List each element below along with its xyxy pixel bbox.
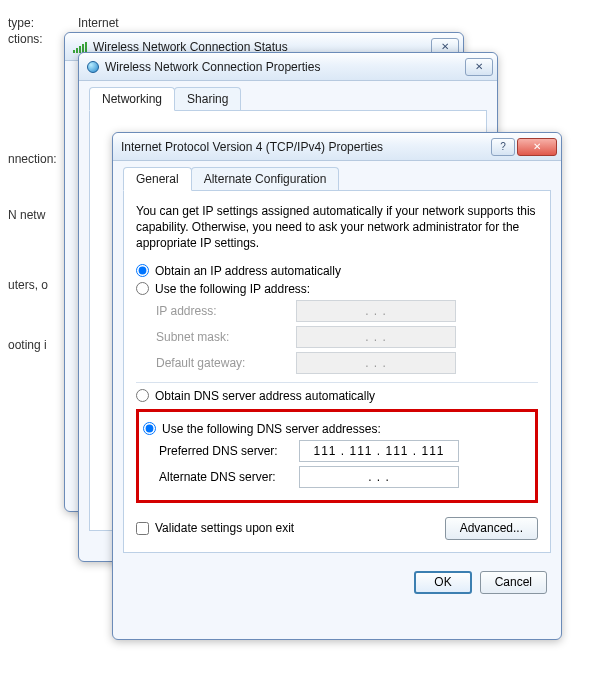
ipv4-tabbody: You can get IP settings assigned automat… [123,191,551,553]
radio-obtain-ip-auto[interactable] [136,264,149,277]
ipv4-titlebar[interactable]: Internet Protocol Version 4 (TCP/IPv4) P… [113,133,561,161]
default-gateway-input: . . . [296,352,456,374]
preferred-dns-input[interactable]: 111 . 111 . 111 . 111 [299,440,459,462]
tab-sharing[interactable]: Sharing [174,87,241,110]
alternate-dns-input[interactable]: . . . [299,466,459,488]
ipv4-title: Internet Protocol Version 4 (TCP/IPv4) P… [121,140,485,154]
radio-obtain-dns-auto[interactable] [136,389,149,402]
ipv4-button-row: OK Cancel [113,563,561,606]
properties-titlebar[interactable]: Wireless Network Connection Properties ✕ [79,53,497,81]
tab-general[interactable]: General [123,167,192,191]
radio-use-following-dns-label: Use the following DNS server addresses: [162,422,381,436]
subnet-mask-label: Subnet mask: [156,330,296,344]
ipv4-intro-text: You can get IP settings assigned automat… [136,203,538,252]
ip-address-input: . . . [296,300,456,322]
radio-use-following-ip-label: Use the following IP address: [155,282,310,296]
globe-icon [87,61,99,73]
tab-alternate-configuration[interactable]: Alternate Configuration [191,167,340,190]
default-gateway-label: Default gateway: [156,356,296,370]
ok-button[interactable]: OK [414,571,471,594]
subnet-mask-input: . . . [296,326,456,348]
close-button[interactable]: ✕ [465,58,493,76]
preferred-dns-label: Preferred DNS server: [159,444,299,458]
close-button[interactable]: ✕ [517,138,557,156]
ip-address-label: IP address: [156,304,296,318]
bg-label-type: type: [8,16,34,30]
bg-value-type: Internet [78,16,119,30]
help-button[interactable]: ? [491,138,515,156]
tab-networking[interactable]: Networking [89,87,175,111]
ipv4-properties-window: Internet Protocol Version 4 (TCP/IPv4) P… [112,132,562,640]
cancel-button[interactable]: Cancel [480,571,547,594]
checkbox-validate-settings[interactable] [136,522,149,535]
properties-tabstrip: Networking Sharing [89,87,487,111]
signal-strength-icon [73,41,87,53]
properties-title: Wireless Network Connection Properties [105,60,459,74]
bg-label-uters: uters, o [8,278,48,292]
bg-label-ctions: ctions: [8,32,43,46]
bg-label-nnection: nnection: [8,152,57,166]
bg-label-ooting: ooting i [8,338,47,352]
dns-highlight-box: Use the following DNS server addresses: … [136,409,538,503]
checkbox-validate-settings-label: Validate settings upon exit [155,521,294,535]
radio-obtain-ip-auto-label: Obtain an IP address automatically [155,264,341,278]
ipv4-tabstrip: General Alternate Configuration [123,167,551,191]
bg-label-n-netw: N netw [8,208,45,222]
radio-use-following-ip[interactable] [136,282,149,295]
radio-obtain-dns-auto-label: Obtain DNS server address automatically [155,389,375,403]
radio-use-following-dns[interactable] [143,422,156,435]
alternate-dns-label: Alternate DNS server: [159,470,299,484]
advanced-button[interactable]: Advanced... [445,517,538,540]
